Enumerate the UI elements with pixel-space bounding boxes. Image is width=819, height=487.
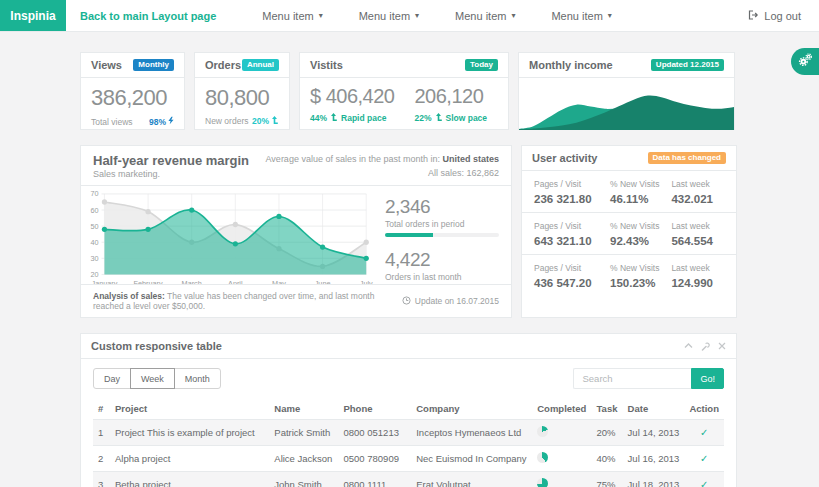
svg-text:40: 40 <box>91 238 99 247</box>
gears-icon <box>796 51 814 73</box>
chevron-down-icon: ▾ <box>415 11 419 20</box>
menu-item-2[interactable]: Menu item ▾ <box>341 0 437 31</box>
chevron-down-icon: ▾ <box>319 11 323 20</box>
avg-sales-country: United states <box>442 154 499 164</box>
panel-subtitle: Sales marketing. <box>93 169 249 179</box>
day-filter-button[interactable]: Day <box>93 368 131 389</box>
search-input[interactable] <box>573 368 691 389</box>
card-title: Monthly income <box>529 59 613 71</box>
week-filter-button[interactable]: Week <box>130 368 175 389</box>
search-go-button[interactable]: Go! <box>691 368 724 389</box>
menu-item-3[interactable]: Menu item ▾ <box>437 0 533 31</box>
revenue-margin-panel: Half-year revenue margin Sales marketing… <box>80 145 512 318</box>
activity-row: Pages / Visit236 321.80 % New Visits46.1… <box>522 171 736 213</box>
views-card: Views Monthly 386,200 Total views 98% <box>80 52 185 130</box>
top-navbar: Inspinia Back to main Layout page Menu i… <box>0 0 819 32</box>
menu-item-4[interactable]: Menu item ▾ <box>533 0 629 31</box>
orders-period-caption: Total orders in period <box>385 219 499 229</box>
month-filter-button[interactable]: Month <box>174 368 221 389</box>
menu-item-1[interactable]: Menu item ▾ <box>244 0 340 31</box>
card-title: Vistits <box>310 59 343 71</box>
col-header-name: Name <box>269 398 338 420</box>
views-value: 386,200 <box>91 85 174 111</box>
card-title: Views <box>91 59 122 71</box>
action-check-icon[interactable]: ✓ <box>700 427 708 438</box>
col-header-date: Date <box>623 398 685 420</box>
wrench-icon[interactable] <box>701 342 710 351</box>
col-header-task: Task <box>592 398 623 420</box>
analysis-text: Analysis of sales: The value has been ch… <box>93 291 402 311</box>
table-row: 3Betha projectJohn Smith0800 1111Erat Vo… <box>93 472 724 487</box>
custom-table-panel: Custom responsive table Day Week Month G… <box>80 333 737 487</box>
completed-pie-icon <box>537 426 548 437</box>
updated-badge: Updated 12.2015 <box>651 59 724 71</box>
menu-item-label: Menu item <box>262 10 313 22</box>
orders-card: Orders Annual 80,800 New orders 20% <box>194 52 290 130</box>
chevron-down-icon: ▾ <box>608 11 612 20</box>
orders-value: 80,800 <box>205 85 279 111</box>
user-activity-panel: User activity Data has changed Pages / V… <box>521 145 737 318</box>
activity-row: Pages / Visit643 321.10 % New Visits92.4… <box>522 213 736 255</box>
menu-item-label: Menu item <box>359 10 410 22</box>
visits-value-1: $ 406,420 <box>310 85 394 108</box>
activity-row: Pages / Visit436 547.20 % New Visits150.… <box>522 255 736 296</box>
orders-metric: 20% <box>252 116 279 126</box>
income-sparkline-chart <box>519 78 734 130</box>
today-badge: Today <box>465 59 498 71</box>
all-sales-value: All sales: 162,862 <box>266 167 499 181</box>
col-header-completed: Completed <box>532 398 591 420</box>
data-changed-badge: Data has changed <box>648 152 726 164</box>
svg-text:60: 60 <box>91 206 99 215</box>
sign-out-icon <box>748 10 758 22</box>
completed-pie-icon <box>537 478 548 487</box>
col-header-action: Action <box>684 398 724 420</box>
col-header-phone: Phone <box>338 398 411 420</box>
table-row: 1Project This is example of projectPatri… <box>93 420 724 446</box>
level-up-icon <box>271 116 279 126</box>
col-header-company: Company <box>411 398 532 420</box>
svg-text:30: 30 <box>91 254 99 263</box>
level-up-icon <box>330 113 338 123</box>
orders-caption: New orders <box>205 116 248 126</box>
action-check-icon[interactable]: ✓ <box>700 479 708 487</box>
brand-logo[interactable]: Inspinia <box>0 0 66 31</box>
level-up-icon <box>435 113 443 123</box>
period-filter-group: Day Week Month <box>93 368 221 389</box>
action-check-icon[interactable]: ✓ <box>700 453 708 464</box>
visits-stat-1: $ 406,420 44% Rapid pace <box>310 85 394 123</box>
menu-item-label: Menu item <box>455 10 506 22</box>
visits-card: Vistits Today $ 406,420 44% Rapid pace 2… <box>299 52 509 130</box>
revenue-area-chart: JanuaryFebruaryMarchAprilMayJuneJuly2030… <box>87 190 373 284</box>
col-header-project: Project <box>110 398 269 420</box>
stat-cards-row: Views Monthly 386,200 Total views 98% Or… <box>80 52 737 130</box>
collapse-icon[interactable] <box>684 342 693 350</box>
completed-pie-icon <box>537 452 548 463</box>
logout-label: Log out <box>764 10 801 22</box>
menu-item-label: Menu item <box>551 10 602 22</box>
panel-title: Custom responsive table <box>91 340 222 352</box>
logout-button[interactable]: Log out <box>748 0 819 31</box>
views-metric: 98% <box>149 116 174 127</box>
visits-value-2: 206,120 <box>414 85 487 108</box>
monthly-income-card: Monthly income Updated 12.2015 <box>518 52 735 130</box>
bolt-icon <box>168 116 174 127</box>
avg-sales-label: Average value of sales in the past month… <box>266 154 443 164</box>
visits-stat-2: 206,120 22% Slow pace <box>414 85 487 123</box>
svg-text:70: 70 <box>91 189 99 198</box>
chevron-down-icon: ▾ <box>511 11 515 20</box>
col-header-num: # <box>93 398 110 420</box>
close-icon[interactable] <box>718 342 726 350</box>
projects-table: # Project Name Phone Company Completed T… <box>93 398 724 487</box>
monthly-badge: Monthly <box>133 59 174 71</box>
back-to-layout-link[interactable]: Back to main Layout page <box>66 0 230 31</box>
clock-icon <box>402 296 411 307</box>
panel-title: User activity <box>532 152 597 164</box>
update-info: Update on 16.07.2015 <box>402 296 499 307</box>
table-row: 2Alpha projectAlice Jackson0500 780909Ne… <box>93 446 724 472</box>
orders-period-value: 2,346 <box>385 196 499 218</box>
dashboard-content: Views Monthly 386,200 Total views 98% Or… <box>80 52 737 487</box>
panel-title: Half-year revenue margin <box>93 153 249 168</box>
svg-text:20: 20 <box>91 270 99 279</box>
views-caption: Total views <box>91 117 133 127</box>
theme-config-button[interactable] <box>791 48 819 75</box>
